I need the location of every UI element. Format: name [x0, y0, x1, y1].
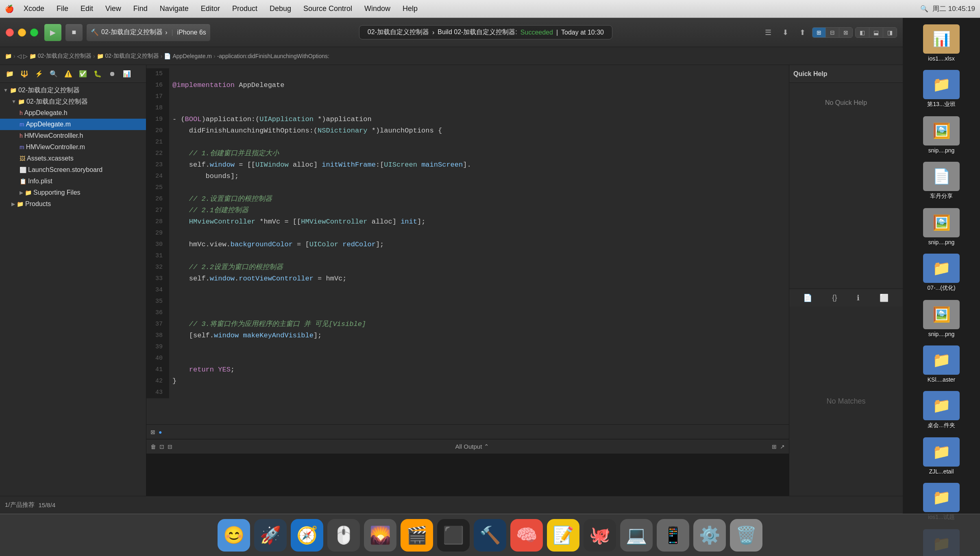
- jump-to-icon[interactable]: ↗: [780, 443, 785, 450]
- console-output-label[interactable]: All Output ⌃: [455, 443, 489, 450]
- dock-item[interactable]: 💻: [620, 519, 653, 552]
- dock-item[interactable]: 🔨: [474, 519, 506, 552]
- menu-debug[interactable]: Debug: [267, 4, 294, 14]
- report-tab[interactable]: 📊: [120, 67, 133, 80]
- desktop-icon[interactable]: 📊ios1....xlsx: [906, 22, 977, 64]
- menu-find[interactable]: Find: [131, 4, 150, 14]
- menu-product[interactable]: Product: [230, 4, 260, 14]
- assistant-editor-button[interactable]: ⊟: [826, 28, 839, 37]
- tree-group-item[interactable]: ▼ 📁 02-加载自定义控制器: [0, 96, 146, 107]
- breadcrumb-part2[interactable]: 02-加载自定义控制器: [105, 52, 159, 60]
- apple-menu[interactable]: 🍎: [5, 4, 14, 13]
- navigator-toggle-button[interactable]: ☰: [761, 25, 775, 40]
- desktop-icon-image: 📁: [923, 437, 960, 467]
- menu-view[interactable]: View: [103, 4, 124, 14]
- dock-item[interactable]: 🗑️: [730, 519, 762, 552]
- breadcrumb-nav-back[interactable]: ◁: [17, 53, 22, 59]
- tree-root-item[interactable]: ▼ 📁 02-加载自定义控制器: [0, 85, 146, 96]
- dock-item[interactable]: 🖱️: [327, 519, 360, 552]
- debug-toggle-button[interactable]: ⬇: [778, 25, 793, 40]
- info-icon[interactable]: ℹ: [857, 293, 860, 302]
- console-toggle[interactable]: ●: [159, 429, 162, 435]
- source-control-tab[interactable]: 🔱: [18, 67, 31, 80]
- breakpoint-tab[interactable]: ⏺: [106, 67, 119, 80]
- dock-item[interactable]: 🐙: [584, 519, 616, 552]
- split-view[interactable]: ⊟: [168, 443, 172, 450]
- line-number: 34: [146, 285, 169, 296]
- line-number: 33: [146, 273, 169, 285]
- desktop-icon[interactable]: 🖼️snip....png: [906, 206, 977, 248]
- split-icon[interactable]: ⬜: [880, 293, 889, 302]
- dock-item[interactable]: 🌄: [364, 519, 396, 552]
- test-tab[interactable]: ✅: [76, 67, 89, 80]
- bottom-panel-button[interactable]: ⬓: [869, 28, 883, 37]
- dock-item[interactable]: 🚀: [254, 519, 287, 552]
- breadcrumb-nav-forward[interactable]: ▷: [23, 53, 28, 59]
- menu-editor[interactable]: Editor: [198, 4, 222, 14]
- list-item[interactable]: 🖼 Assets.xcassets: [0, 153, 146, 164]
- view-toggle[interactable]: ⊡: [159, 443, 164, 450]
- error-warning-icon[interactable]: ⊠: [150, 429, 155, 435]
- desktop-icon[interactable]: 📁ZJL...etail: [906, 435, 977, 477]
- left-panel-button[interactable]: ◧: [856, 28, 869, 37]
- file-navigator-tab[interactable]: 📁: [3, 67, 16, 80]
- standard-editor-button[interactable]: ⊞: [812, 28, 826, 37]
- scheme-selector[interactable]: 🔨 02-加载自定义控制器 › | iPhone 6s: [86, 24, 211, 41]
- list-item[interactable]: ▶ 📁 Supporting Files: [0, 187, 146, 198]
- dock-item[interactable]: 📱: [657, 519, 689, 552]
- right-panel-button[interactable]: ◨: [883, 28, 897, 37]
- menu-help[interactable]: Help: [400, 4, 420, 14]
- version-editor-button[interactable]: ⊠: [839, 28, 852, 37]
- assistant-toggle-button[interactable]: ⬆: [795, 25, 810, 40]
- menu-file[interactable]: File: [54, 4, 71, 14]
- menu-source-control[interactable]: Source Control: [301, 4, 355, 14]
- file-icon-btn[interactable]: 📄: [803, 293, 812, 302]
- menu-window[interactable]: Window: [362, 4, 393, 14]
- dock-item[interactable]: 🎬: [401, 519, 433, 552]
- fullscreen-button[interactable]: [30, 28, 38, 37]
- list-item[interactable]: ⬜ LaunchScreen.storyboard: [0, 164, 146, 176]
- list-item[interactable]: h HMViewControlller.h: [0, 130, 146, 141]
- list-item[interactable]: h AppDelegate.h: [0, 107, 146, 119]
- line-content: [169, 296, 789, 307]
- desktop-icon[interactable]: 🖼️snip....png: [906, 114, 977, 156]
- list-item[interactable]: ▶ 📁 Products: [0, 198, 146, 210]
- desktop-icon[interactable]: 📁07-...(优化): [906, 251, 977, 294]
- minimize-button[interactable]: [18, 28, 26, 37]
- code-editor[interactable]: 15 16@implementation AppDelegate17 18 19…: [146, 65, 789, 424]
- code-brackets-icon[interactable]: {}: [832, 293, 837, 302]
- stop-button[interactable]: ■: [65, 24, 83, 41]
- dock-item[interactable]: 📝: [547, 519, 579, 552]
- issue-tab[interactable]: ⚠️: [62, 67, 75, 80]
- grid-view-icon[interactable]: ⊞: [772, 443, 777, 450]
- dock-item[interactable]: ⬛: [437, 519, 470, 552]
- breadcrumb-part3[interactable]: AppDelegate.m: [172, 53, 212, 59]
- search-icon[interactable]: 🔍: [920, 5, 928, 13]
- desktop-icon[interactable]: 📁KSl....aster: [906, 343, 977, 385]
- line-number: 27: [146, 205, 169, 216]
- close-button[interactable]: [6, 28, 14, 37]
- dock-item[interactable]: 🧠: [510, 519, 543, 552]
- line-number: 18: [146, 102, 169, 114]
- run-button[interactable]: ▶: [44, 24, 62, 41]
- list-item[interactable]: m AppDelegate.m: [0, 119, 146, 130]
- breadcrumb-part4[interactable]: -application:didFinishLaunchingWithOptio…: [217, 53, 329, 59]
- desktop-icon[interactable]: 📁第13...业班: [906, 67, 977, 111]
- dock-item[interactable]: ⚙️: [693, 519, 726, 552]
- debug-tab[interactable]: 🐛: [91, 67, 104, 80]
- trash-icon[interactable]: 🗑: [150, 443, 156, 450]
- list-item[interactable]: m HMViewController.m: [0, 141, 146, 153]
- desktop-icon[interactable]: 📄车丹分享: [906, 159, 977, 202]
- menu-navigate[interactable]: Navigate: [157, 4, 191, 14]
- desktop-icon[interactable]: 🖼️snip....png: [906, 298, 977, 340]
- breadcrumb-part1[interactable]: 02-加载自定义控制器: [38, 52, 91, 60]
- symbol-tab[interactable]: ⚡: [33, 67, 46, 80]
- desktop-icon[interactable]: 📁桌会...件夹: [906, 389, 977, 432]
- list-item[interactable]: 📋 Info.plist: [0, 176, 146, 187]
- line-number: 31: [146, 250, 169, 262]
- dock-item[interactable]: 🧭: [291, 519, 323, 552]
- find-tab[interactable]: 🔍: [47, 67, 60, 80]
- dock-item[interactable]: 😊: [218, 519, 250, 552]
- menu-xcode[interactable]: Xcode: [21, 4, 47, 14]
- menu-edit[interactable]: Edit: [78, 4, 96, 14]
